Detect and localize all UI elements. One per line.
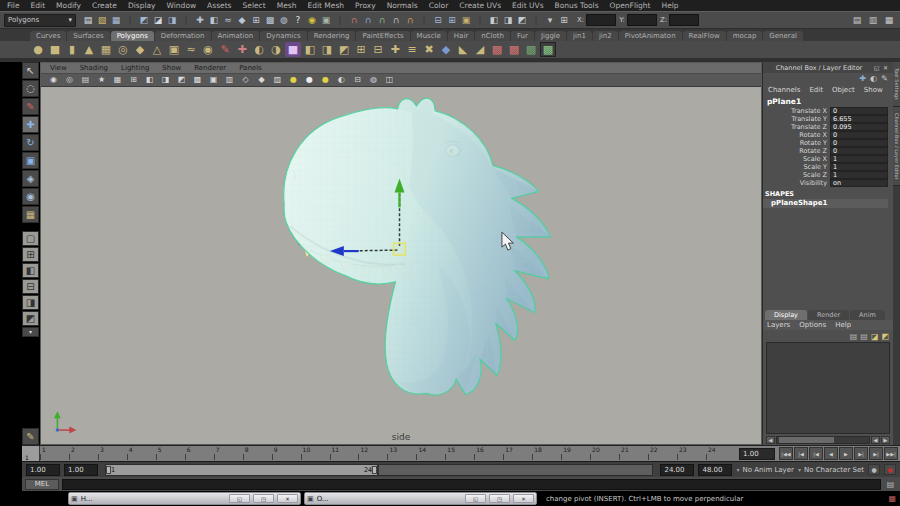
select-by-object-icon[interactable]: ◪ xyxy=(151,13,165,28)
poly-prism-icon[interactable]: ◆ xyxy=(132,42,148,57)
output-connections-icon[interactable]: ⊞ xyxy=(445,13,459,28)
field-chart-icon[interactable]: ▩ xyxy=(191,75,204,86)
triangulate-icon[interactable]: ◣ xyxy=(455,42,471,57)
snap-to-curve-icon[interactable]: ∩ xyxy=(361,13,375,28)
shelf-tab-ncloth[interactable]: nCloth xyxy=(475,31,510,41)
step-back-frame-button[interactable]: |◀ xyxy=(794,447,808,460)
textured-icon[interactable]: ▨ xyxy=(271,75,284,86)
step-forward-frame-button[interactable]: ▶| xyxy=(869,447,883,460)
snap-to-view-plane-icon[interactable]: ∩ xyxy=(389,13,403,28)
grease-pencil-tool[interactable]: ✎ xyxy=(22,428,39,445)
shelf-tab-rendering[interactable]: Rendering xyxy=(308,31,356,41)
layout-persp-outliner-button[interactable]: ◧ xyxy=(22,263,39,278)
scroll-left2-button[interactable]: ◀ xyxy=(871,436,880,444)
flat-lighting-icon[interactable]: ● xyxy=(303,75,316,86)
poly-cylinder-icon[interactable]: ▮ xyxy=(64,42,80,57)
view-grid-icon[interactable]: ⊞ xyxy=(127,75,140,86)
layer-tab-display[interactable]: Display xyxy=(765,310,807,320)
render-view-icon[interactable]: ◧ xyxy=(487,13,501,28)
shelf-tab-jin2[interactable]: jin2 xyxy=(593,31,618,41)
timeline-tick[interactable]: 17 xyxy=(503,446,532,461)
timeline-tick[interactable]: 4 xyxy=(127,446,156,461)
create-layer-from-selected-icon[interactable]: ◩ xyxy=(881,332,889,341)
layer-menu-item[interactable]: Layers xyxy=(767,321,790,329)
range-slider-track[interactable]: 1 24 xyxy=(105,464,653,476)
channel-value-field[interactable]: on xyxy=(830,179,888,187)
extract-icon[interactable]: ◧ xyxy=(302,42,318,57)
set-key-icon[interactable]: ● xyxy=(868,464,880,475)
select-mask-curves-icon[interactable]: ≈ xyxy=(221,13,235,28)
construction-history-icon[interactable]: ▣ xyxy=(459,13,473,28)
poly-pipe-icon[interactable]: ▣ xyxy=(166,42,182,57)
go-to-end-button[interactable]: ▶▶| xyxy=(884,447,898,460)
timeline-tick[interactable]: 16 xyxy=(474,446,503,461)
lock-camera-icon[interactable]: ◎ xyxy=(63,75,76,86)
timeline-tick[interactable]: 22 xyxy=(648,446,677,461)
minimized-window-outliner[interactable]: ▣ O... ◱ ◳ ✕ xyxy=(304,492,537,505)
timeline-tick[interactable]: 6 xyxy=(185,446,214,461)
scroll-right-button[interactable]: ▶ xyxy=(881,436,890,444)
layer-menu-item[interactable]: Help xyxy=(835,321,851,329)
select-mask-handles-icon[interactable]: ✚ xyxy=(193,13,207,28)
select-mask-joints-icon[interactable]: ◧ xyxy=(207,13,221,28)
default-lighting-icon[interactable]: ● xyxy=(287,75,300,86)
menu-item[interactable]: Color xyxy=(429,1,449,10)
shadows-icon[interactable]: ◐ xyxy=(335,75,348,86)
shelf-tab-dynamics[interactable]: Dynamics xyxy=(260,31,307,41)
poly-helix-icon[interactable]: ≈ xyxy=(183,42,199,57)
merge-vertex-icon[interactable]: ✚ xyxy=(387,42,403,57)
channel-value-field[interactable]: 0.095 xyxy=(830,123,888,131)
layer-menu-item[interactable]: Options xyxy=(799,321,826,329)
menu-set-dropdown[interactable]: Polygons ▾ xyxy=(4,14,76,27)
auto-keyframe-icon[interactable]: ● xyxy=(884,464,896,475)
camera-attributes-icon[interactable]: ▤ xyxy=(79,75,92,86)
shelf-tab-pivotanimaton[interactable]: PivotAnimaton xyxy=(619,31,682,41)
shelf-tab-jiggle[interactable]: Jiggle xyxy=(535,31,566,41)
tab-channel-box[interactable]: Channel Box / Layer Editor xyxy=(893,107,900,187)
timeline-tick[interactable]: 18 xyxy=(532,446,561,461)
divider[interactable]: | xyxy=(417,13,431,28)
channel-value-field[interactable]: 1 xyxy=(830,163,888,171)
divider[interactable]: | xyxy=(333,13,347,28)
move-tool[interactable]: ✚ xyxy=(22,116,39,133)
select-mask-help-icon[interactable]: ? xyxy=(291,13,305,28)
ipr-render-icon[interactable]: ◨ xyxy=(501,13,515,28)
shelf-tab-painteffects[interactable]: PaintEffects xyxy=(356,31,409,41)
anim-layer-dropdown[interactable]: ▾ No Anim Layer xyxy=(736,466,794,474)
menu-item[interactable]: Edit UVs xyxy=(512,1,543,10)
boolean-union-icon[interactable]: ◨ xyxy=(319,42,335,57)
timeline-tick[interactable]: 10 xyxy=(301,446,330,461)
y-coordinate-input[interactable] xyxy=(627,14,657,26)
channel-value-field[interactable]: 0 xyxy=(830,131,888,139)
select-mask-misc-icon[interactable]: ◍ xyxy=(277,13,291,28)
animation-end-field[interactable]: 48.00 xyxy=(698,464,732,476)
channel-value-field[interactable]: 0 xyxy=(830,147,888,155)
timeline-tick[interactable]: 15 xyxy=(445,446,474,461)
quadrangulate-icon[interactable]: ◢ xyxy=(472,42,488,57)
input-line-mode-icon[interactable]: ▾ xyxy=(543,13,557,28)
wireframe-icon[interactable]: ◇ xyxy=(239,75,252,86)
select-mask-dynamics-icon[interactable]: ▩ xyxy=(263,13,277,28)
sculpt-tool-icon[interactable]: ✚ xyxy=(234,42,250,57)
select-mask-surfaces-icon[interactable]: ◆ xyxy=(235,13,249,28)
select-tool[interactable]: ↖ xyxy=(22,62,39,79)
close-icon[interactable]: ✕ xyxy=(881,64,890,71)
combine-icon[interactable]: ◑ xyxy=(268,42,284,57)
character-set-dropdown[interactable]: ▾ No Character Set xyxy=(798,466,864,474)
mirror-geometry-icon[interactable]: ◐ xyxy=(251,42,267,57)
restore-button[interactable]: ◱ xyxy=(465,494,486,503)
panel-menu-item[interactable]: Show xyxy=(162,64,181,72)
menu-item[interactable]: Assets xyxy=(207,1,231,10)
menu-item[interactable]: Edit xyxy=(31,1,46,10)
render-settings-icon[interactable]: ◩ xyxy=(515,13,529,28)
menu-item[interactable]: OpenFlight xyxy=(610,1,651,10)
show-tool-settings-icon[interactable]: ▥ xyxy=(866,13,880,28)
menu-item[interactable]: Mesh xyxy=(277,1,297,10)
bookmark-icon[interactable]: ★ xyxy=(95,75,108,86)
smooth-icon[interactable]: ■ xyxy=(285,42,301,57)
scroll-thumb[interactable] xyxy=(779,437,834,443)
universal-manipulator-tool[interactable]: ◈ xyxy=(22,170,39,187)
last-tool-icon[interactable]: ▩ xyxy=(540,42,556,57)
minimized-window-hypergraph[interactable]: ▣ H... ◱ ◳ ✕ xyxy=(68,492,301,505)
lock-selection-icon[interactable]: ◉ xyxy=(305,13,319,28)
